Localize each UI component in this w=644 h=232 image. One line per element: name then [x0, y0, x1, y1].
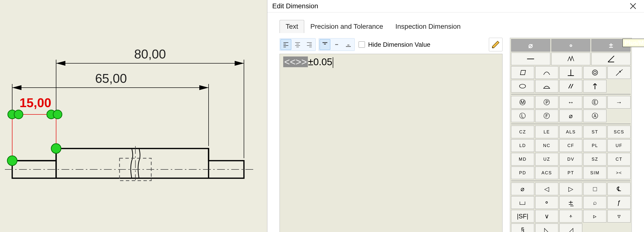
symbol-SCS[interactable]: SCS — [608, 126, 630, 138]
symbol-ACS[interactable]: ACS — [535, 166, 558, 179]
symbol-><[interactable]: >< — [608, 166, 630, 179]
valign-top-button[interactable] — [320, 39, 330, 50]
symbol-⌴[interactable]: ⌴ — [511, 196, 534, 209]
symbol-ST[interactable]: ST — [583, 126, 606, 138]
grip[interactable] — [53, 110, 62, 119]
symbol-MD[interactable]: MD — [511, 153, 534, 166]
hide-dimension-label: Hide Dimension Value — [368, 41, 430, 48]
edit-text-button[interactable] — [489, 38, 502, 51]
align-left-button[interactable] — [280, 39, 291, 50]
hide-dimension-checkbox[interactable] — [358, 41, 365, 48]
dialog-title: Edit Dimension — [272, 2, 627, 10]
valign-middle-button[interactable] — [331, 39, 342, 50]
svg-marker-11 — [12, 85, 22, 90]
grip[interactable] — [14, 110, 23, 119]
symbol-PD[interactable]: PD — [511, 166, 534, 179]
hide-dimension-value[interactable]: Hide Dimension Value — [358, 41, 430, 48]
svg-text:65,00: 65,00 — [95, 71, 127, 86]
symbol-→[interactable]: → — [608, 96, 630, 109]
symbol-⌀[interactable]: ⌀ — [559, 110, 582, 122]
symbol-angle-sym[interactable] — [591, 53, 630, 65]
tab-precision-tolerance[interactable]: Precision and Tolerance — [304, 20, 389, 33]
valign-bottom-button[interactable] — [343, 39, 354, 50]
symbol-Ⓐ[interactable]: Ⓐ — [583, 110, 606, 122]
symbol-NC[interactable]: NC — [535, 139, 558, 152]
svg-point-24 — [592, 70, 598, 75]
dimension-text-editor[interactable]: <<>>±0.05 — [280, 54, 502, 232]
symbol-◺[interactable]: ◺ — [535, 224, 558, 232]
symbol-perpendicular[interactable] — [559, 66, 582, 79]
symbol-Ⓕ[interactable]: Ⓕ — [535, 110, 558, 122]
symbol-PT[interactable]: PT — [559, 166, 582, 179]
symbol-degree[interactable]: ∘ — [551, 39, 590, 52]
symbol-CZ[interactable]: CZ — [511, 126, 534, 138]
symbol-℄[interactable]: ℄ — [608, 183, 630, 195]
symbol-UF[interactable]: UF — [608, 139, 630, 152]
symbol-palette: ⌀ ∘ ± Plus/Minus ⓂⓅ↔Ⓔ→ ⓁⒻ⌀Ⓐ CZLEALSSTSCS… — [510, 38, 632, 232]
align-right-button[interactable] — [304, 39, 315, 50]
pencil-icon — [491, 40, 500, 49]
symbol-Ⓛ[interactable]: Ⓛ — [511, 110, 534, 122]
symbol-ALS[interactable]: ALS — [559, 126, 582, 138]
dimension-80[interactable]: 80,00 — [56, 47, 244, 158]
symbol-▷[interactable]: ▷ — [559, 183, 582, 195]
symbol-DV[interactable]: DV — [559, 153, 582, 166]
symbol-▿[interactable]: ▿ — [608, 210, 630, 223]
align-center-icon — [295, 42, 300, 47]
symbol-plus-minus[interactable]: ± Plus/Minus — [591, 39, 630, 52]
symbol-diameter[interactable]: ⌀ — [511, 39, 550, 52]
symbol-CF[interactable]: CF — [559, 139, 582, 152]
symbol-SIM[interactable]: SIM — [583, 166, 606, 179]
close-button[interactable] — [627, 0, 639, 12]
svg-marker-20 — [492, 41, 499, 48]
symbol-up-arrow[interactable] — [583, 80, 606, 93]
symbol-Ⓔ[interactable]: Ⓔ — [583, 96, 606, 109]
grip[interactable] — [7, 156, 17, 166]
symbol-arc[interactable] — [535, 66, 558, 79]
value-placeholder: <<>> — [283, 56, 308, 67]
symbol-|SF|[interactable]: |SF| — [511, 210, 534, 223]
symbol-□[interactable]: □ — [583, 183, 606, 195]
symbol-ellipse[interactable] — [511, 80, 534, 93]
symbol-UZ[interactable]: UZ — [535, 153, 558, 166]
dimension-65[interactable]: 65,00 — [12, 71, 208, 158]
drawing-viewport[interactable]: 80,00 65,00 15,00 — [0, 0, 267, 232]
tab-inspection[interactable]: Inspection Dimension — [389, 20, 467, 33]
symbol-double-circle[interactable] — [583, 66, 606, 79]
symbol-double-slash[interactable] — [559, 80, 582, 93]
symbol-CT[interactable]: CT — [608, 153, 630, 166]
grip[interactable] — [51, 144, 61, 153]
symbol-ƒ[interactable]: ƒ — [608, 196, 630, 209]
valign-bottom-icon — [346, 42, 351, 47]
symbol-▹[interactable]: ▹ — [583, 210, 606, 223]
symbol-↔[interactable]: ↔ — [559, 96, 582, 109]
dimension-15-selected[interactable]: 15,00 — [12, 96, 56, 158]
symbol-⍏[interactable]: ⍏ — [559, 210, 582, 223]
symbol-◿[interactable]: ◿ — [559, 224, 582, 232]
symbol-SZ[interactable]: SZ — [583, 153, 606, 166]
symbol-⌕[interactable]: ⌕ — [583, 196, 606, 209]
editor-suffix: ±0.05 — [308, 56, 332, 67]
symbol-Ⓜ[interactable]: Ⓜ — [511, 96, 534, 109]
symbol-parallelogram[interactable] — [511, 66, 534, 79]
symbol-PL[interactable]: PL — [583, 139, 606, 152]
svg-marker-6 — [235, 61, 244, 66]
symbol-3d-arrow[interactable] — [608, 66, 630, 79]
svg-marker-12 — [199, 85, 208, 90]
symbol-LE[interactable]: LE — [535, 126, 558, 138]
symbol-breakline[interactable] — [551, 53, 590, 65]
symbol-∨[interactable]: ∨ — [535, 210, 558, 223]
symbol-±̲[interactable]: ±̲ — [559, 196, 582, 209]
symbol-◁[interactable]: ◁ — [535, 183, 558, 195]
symbol-line[interactable] — [511, 53, 550, 65]
align-center-button[interactable] — [292, 39, 303, 50]
symbol-Ⓟ[interactable]: Ⓟ — [535, 96, 558, 109]
symbol-⌀[interactable]: ⌀ — [511, 183, 534, 195]
symbol-surface-arc[interactable] — [535, 80, 558, 93]
symbol-⚬[interactable]: ⚬ — [535, 196, 558, 209]
symbol-LD[interactable]: LD — [511, 139, 534, 152]
tab-text[interactable]: Text — [280, 20, 304, 33]
h-align-group — [280, 38, 316, 51]
symbol-§[interactable]: § — [511, 224, 534, 232]
shaft-outline — [12, 148, 244, 178]
